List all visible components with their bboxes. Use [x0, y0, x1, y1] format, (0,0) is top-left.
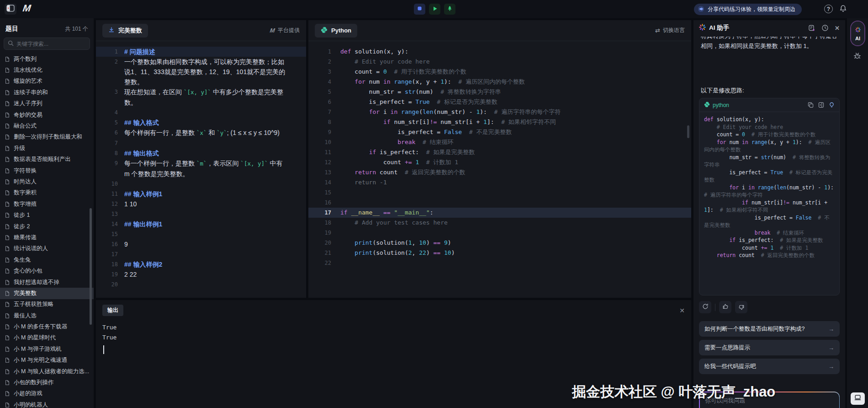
sidebar-item[interactable]: 字符替换	[0, 165, 94, 176]
arrow-right-icon: →	[828, 344, 834, 351]
device-preview-button[interactable]	[851, 392, 865, 405]
insert-code-icon[interactable]	[818, 102, 824, 108]
thumbs-down-icon	[738, 304, 745, 311]
laptop-icon	[854, 394, 862, 403]
problem-panel-header: 完美整数 M 平台提供	[96, 20, 306, 41]
sidebar-item[interactable]: 糖果传递	[0, 232, 94, 243]
feedback-bug-button[interactable]	[853, 51, 862, 62]
ai-panel-title: AI 助手	[709, 24, 729, 32]
description-line: 19 2 22	[96, 269, 306, 279]
arrow-right-icon: →	[828, 363, 834, 370]
file-icon	[5, 78, 10, 84]
sidebar-item[interactable]: 小 M 与光明之魂速通	[0, 355, 94, 366]
sidebar-item[interactable]: 流水线优化	[0, 64, 94, 75]
debug-square-icon	[417, 5, 423, 13]
output-close-button[interactable]: ✕	[679, 307, 685, 314]
ai-message-clip: 将其转换为字符串，然后判断字符串中每个字符是否相同，如果相同就是完美整数，计数加…	[701, 37, 839, 83]
new-chat-icon[interactable]	[808, 24, 815, 32]
sidebar-item[interactable]: 小包的数列操作	[0, 377, 94, 388]
sidebar-item[interactable]: 数字增殖	[0, 199, 94, 209]
sidebar-item[interactable]: 融合公式	[0, 120, 94, 131]
run-button[interactable]	[429, 4, 440, 15]
sidebar-item[interactable]: 小超的游戏	[0, 388, 94, 399]
sidebar-item[interactable]: 升级	[0, 143, 94, 154]
ai-panel-header: AI 助手 ✕	[693, 20, 845, 36]
sidebar-item[interactable]: 时尚达人	[0, 176, 94, 187]
code-line: 21 print(solution(2, 22) == 10)	[308, 248, 691, 258]
sidebar-item[interactable]: 删除一次得到子数组最大和	[0, 132, 94, 143]
sidebar-scrollbar[interactable]	[90, 208, 92, 325]
sidebar-item[interactable]: 最佳人选	[0, 310, 94, 321]
sidebar-item[interactable]: 五子棋获胜策略	[0, 299, 94, 310]
sidebar-item[interactable]: 螺旋的艺术	[0, 76, 94, 87]
sidebar-item[interactable]: 奇妙的交易	[0, 109, 94, 120]
sidebar-item[interactable]: 数据表是否能顺利产出	[0, 154, 94, 165]
line-number: 12	[96, 199, 118, 209]
sidebar-item[interactable]: 两个数列	[0, 54, 94, 64]
sidebar-item[interactable]: 徒步 1	[0, 209, 94, 220]
switch-language-button[interactable]: ⇄ 切换语言	[655, 27, 685, 34]
submit-button[interactable]	[444, 4, 455, 15]
download-icon	[108, 27, 115, 34]
file-icon	[5, 246, 10, 252]
sidebar-item[interactable]: 数字乘积	[0, 188, 94, 199]
ai-code-block: python def solution(x, y): # Edit your c…	[699, 98, 840, 295]
thumbs-up-button[interactable]	[719, 301, 731, 313]
sidebar-item[interactable]: 小 M 与狼人拯救者的能力选...	[0, 366, 94, 377]
sidebar-item-label: 螺旋的艺术	[14, 77, 42, 85]
bell-icon	[839, 6, 847, 14]
marscode-logo: M	[22, 3, 32, 14]
code-editor-content[interactable]: 1 def solution(x, y): 2 # Edit your code…	[308, 41, 691, 268]
problem-description-editor[interactable]: 1 # 问题描述 2 一个整数如果由相同数字构成，可以称为完美整数；比如说1、1…	[96, 41, 306, 290]
line-number: 22	[308, 258, 331, 268]
line-number: 17	[96, 249, 118, 259]
suggested-question-chip[interactable]: 需要一点思路提示 →	[699, 340, 840, 355]
close-icon[interactable]: ✕	[835, 25, 840, 32]
file-icon	[5, 156, 10, 162]
share-activity-pill[interactable]: 分享代码练习体验，领限量定制周边	[694, 4, 802, 15]
sidebar-item[interactable]: 小明的机器人	[0, 399, 94, 408]
notifications-button[interactable]	[839, 5, 847, 14]
editor-scrollbar[interactable]	[687, 125, 689, 138]
problem-tab[interactable]: 完美整数	[102, 24, 148, 38]
thumbs-down-button[interactable]	[735, 301, 747, 313]
sidebar-item[interactable]: 贪心的小包	[0, 265, 94, 276]
sidebar-item[interactable]: 徒步 2	[0, 221, 94, 232]
help-button[interactable]: ?	[824, 5, 833, 13]
sidebar-item[interactable]: 我好想逃却逃不掉	[0, 277, 94, 288]
sidebar-item[interactable]: 小 M 与弹子游戏机	[0, 344, 94, 354]
regenerate-button[interactable]	[699, 301, 711, 313]
sidebar-item[interactable]: 小 M 的多任务下载器	[0, 321, 94, 332]
file-icon	[5, 346, 10, 352]
sidebar-item[interactable]: 统计说谎的人	[0, 243, 94, 254]
sidebar-item-label: 最佳人选	[14, 312, 37, 320]
sidebar-item[interactable]: 连续子串的和	[0, 87, 94, 98]
ai-question-input[interactable]	[700, 392, 839, 408]
search-input[interactable]	[16, 41, 87, 47]
sidebar-toggle-button[interactable]	[5, 4, 16, 15]
output-tab[interactable]: 输出	[102, 305, 123, 316]
line-number: 9	[308, 127, 331, 137]
sidebar-item-label: 小 M 与光明之魂速通	[14, 356, 67, 364]
copy-icon[interactable]	[808, 102, 814, 108]
megaphone-icon	[698, 5, 704, 14]
sidebar-item[interactable]: 迷人子序列	[0, 98, 94, 109]
debug-button[interactable]	[414, 4, 425, 15]
suggested-question-chip[interactable]: 如何判断一个整数是否由相同数字构成? →	[699, 321, 840, 337]
line-number: 3	[308, 67, 331, 77]
suggested-question-chip[interactable]: 给我一些代码提示吧 →	[699, 359, 840, 374]
sidebar-item[interactable]: 兔生兔	[0, 254, 94, 265]
search-box[interactable]	[4, 38, 90, 50]
code-editor-panel: Python ⇄ 切换语言 1 def solution(x, y): 2 # …	[308, 20, 691, 298]
language-tab-python[interactable]: Python	[315, 24, 357, 38]
output-console: TrueTrue	[96, 319, 691, 354]
bulb-icon[interactable]	[829, 102, 835, 108]
history-icon[interactable]	[821, 24, 829, 32]
sidebar-item[interactable]: 完美整数	[0, 288, 94, 299]
file-icon	[5, 279, 10, 285]
description-line: 14 ## 输出样例1	[96, 219, 306, 229]
ai-assistant-launcher[interactable]: AI	[851, 21, 865, 46]
sidebar-item[interactable]: 小 M 的星球时代	[0, 333, 94, 344]
output-line: True	[102, 333, 691, 343]
file-icon	[5, 201, 10, 207]
